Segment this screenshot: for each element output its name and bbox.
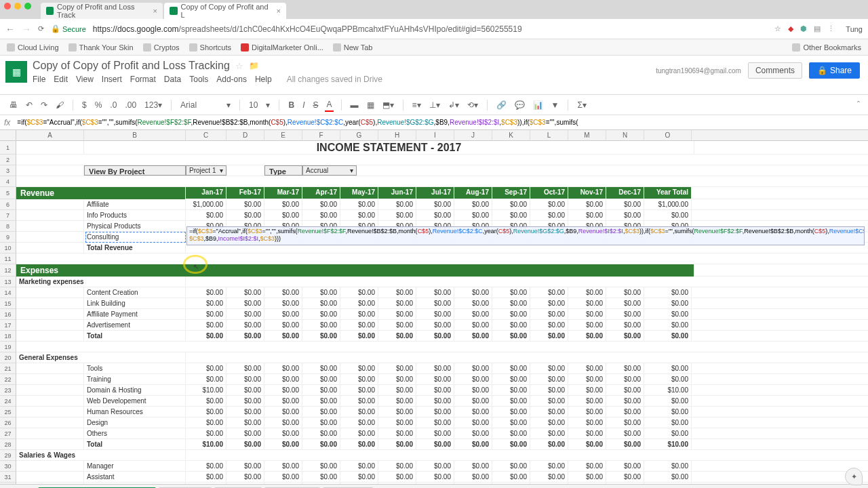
cell[interactable]: $0.00 <box>454 483 492 484</box>
cell[interactable]: $0.00 <box>378 407 416 417</box>
cell[interactable]: $0.00 <box>492 418 530 428</box>
cell[interactable]: $0.00 <box>530 385 568 395</box>
cell[interactable]: $0.00 <box>416 385 454 395</box>
comment-button[interactable]: 💬 <box>513 99 526 111</box>
cell[interactable]: $0.00 <box>644 418 692 428</box>
merge-button[interactable]: ⬒▾ <box>381 99 395 111</box>
cell[interactable] <box>16 374 84 384</box>
row-header[interactable]: 26 <box>0 418 16 428</box>
cell[interactable]: $0.00 <box>454 439 492 449</box>
cell[interactable]: $0.00 <box>226 407 264 417</box>
close-icon[interactable]: × <box>277 7 281 15</box>
undo-button[interactable]: ↶ <box>24 99 34 111</box>
cell[interactable]: Jan-17 <box>186 187 226 199</box>
cell[interactable]: Type <box>264 165 302 176</box>
close-icon[interactable]: × <box>153 7 157 15</box>
cell[interactable]: $0.00 <box>264 320 302 330</box>
cell[interactable]: $0.00 <box>530 461 568 471</box>
cell[interactable]: $0.00 <box>492 199 530 209</box>
cell[interactable]: $0.00 <box>226 472 264 482</box>
cell[interactable]: Sep-17 <box>492 187 530 199</box>
window-close[interactable] <box>4 3 11 9</box>
other-bookmarks[interactable]: Other Bookmarks <box>792 43 861 52</box>
link-button[interactable]: 🔗 <box>495 99 508 111</box>
cell[interactable]: $0.00 <box>226 439 264 449</box>
cell[interactable]: $0.00 <box>416 320 454 330</box>
cell[interactable]: Affiliate <box>84 199 186 209</box>
paint-format-button[interactable]: 🖌 <box>54 99 65 111</box>
cell[interactable] <box>16 232 84 242</box>
cell[interactable]: $0.00 <box>606 483 644 484</box>
cell[interactable]: $0.00 <box>530 298 568 308</box>
cell[interactable]: $0.00 <box>530 483 568 484</box>
column-header[interactable]: E <box>264 130 302 140</box>
cell[interactable]: $0.00 <box>416 298 454 308</box>
cell[interactable]: Total <box>84 331 186 341</box>
cell[interactable]: $0.00 <box>264 309 302 319</box>
cell[interactable]: $0.00 <box>186 428 226 439</box>
cell[interactable]: $0.00 <box>568 483 606 484</box>
bookmark-item[interactable]: Cloud Living <box>7 43 59 52</box>
cell[interactable]: $0.00 <box>340 472 378 482</box>
cell[interactable]: $0.00 <box>226 461 264 471</box>
row-header[interactable]: 11 <box>0 253 16 264</box>
cell[interactable]: $0.00 <box>644 320 692 330</box>
cell[interactable]: $0.00 <box>378 461 416 471</box>
cell[interactable]: $0.00 <box>568 363 606 373</box>
redo-button[interactable]: ↷ <box>39 99 49 111</box>
cell[interactable]: $0.00 <box>568 374 606 384</box>
cell[interactable]: Marketing expenses <box>16 277 186 287</box>
cell[interactable]: Feb-17 <box>226 187 264 199</box>
cell[interactable]: $0.00 <box>302 461 340 471</box>
cell[interactable]: $0.00 <box>264 483 302 484</box>
cell[interactable]: $0.00 <box>264 407 302 417</box>
window-maximize[interactable] <box>24 3 31 9</box>
cell[interactable]: $0.00 <box>378 439 416 449</box>
formula-input[interactable]: =if($C$3="Accrual",if($C$3="","",sumifs(… <box>17 119 578 126</box>
row-header[interactable]: 20 <box>0 352 16 363</box>
cell[interactable]: $0.00 <box>264 287 302 298</box>
cell[interactable]: $0.00 <box>454 418 492 428</box>
cell[interactable]: $0.00 <box>378 298 416 308</box>
cell[interactable]: $0.00 <box>454 363 492 373</box>
cell[interactable]: $0.00 <box>606 396 644 406</box>
font-size[interactable]: 10 <box>248 99 259 111</box>
cell[interactable]: $0.00 <box>340 385 378 395</box>
cell[interactable]: $0.00 <box>186 331 226 341</box>
cell[interactable]: $0.00 <box>568 199 606 209</box>
cell[interactable]: $0.00 <box>264 199 302 209</box>
row-header[interactable]: 32 <box>0 483 16 484</box>
type-dropdown[interactable]: Accrual ▾ <box>302 165 357 176</box>
cell[interactable]: $0.00 <box>568 309 606 319</box>
cell[interactable]: $0.00 <box>302 320 340 330</box>
row-header[interactable]: 25 <box>0 407 16 418</box>
cell[interactable]: $0.00 <box>568 320 606 330</box>
format-percent[interactable]: % <box>94 99 104 111</box>
row-header[interactable]: 4 <box>0 176 16 187</box>
cell[interactable]: $0.00 <box>644 396 692 406</box>
cell[interactable] <box>16 428 84 439</box>
cell[interactable]: $0.00 <box>606 374 644 384</box>
fill-color-button[interactable]: ▬ <box>349 99 360 111</box>
cell[interactable]: Tools <box>84 363 186 373</box>
cell[interactable]: $0.00 <box>226 210 264 220</box>
cell[interactable]: $0.00 <box>530 439 568 449</box>
cell[interactable]: $0.00 <box>302 407 340 417</box>
cell[interactable] <box>16 199 84 209</box>
font-size-dropdown[interactable]: ▾ <box>264 99 271 111</box>
row-header[interactable]: 10 <box>0 243 16 253</box>
cell[interactable] <box>16 298 84 308</box>
cell[interactable]: Web Developement <box>84 396 186 406</box>
column-header[interactable]: B <box>84 130 186 140</box>
extension-icon[interactable]: ▤ <box>814 24 821 33</box>
row-header[interactable]: 14 <box>0 287 16 298</box>
cell[interactable]: $0.00 <box>226 428 264 439</box>
cell[interactable]: $0.00 <box>416 309 454 319</box>
column-header[interactable]: M <box>568 130 606 140</box>
cell[interactable]: $0.00 <box>416 439 454 449</box>
cell[interactable]: $0.00 <box>340 483 378 484</box>
cell[interactable]: $0.00 <box>226 396 264 406</box>
cell[interactable]: $0.00 <box>186 461 226 471</box>
cell[interactable]: $0.00 <box>568 385 606 395</box>
cell[interactable]: $0.00 <box>264 439 302 449</box>
